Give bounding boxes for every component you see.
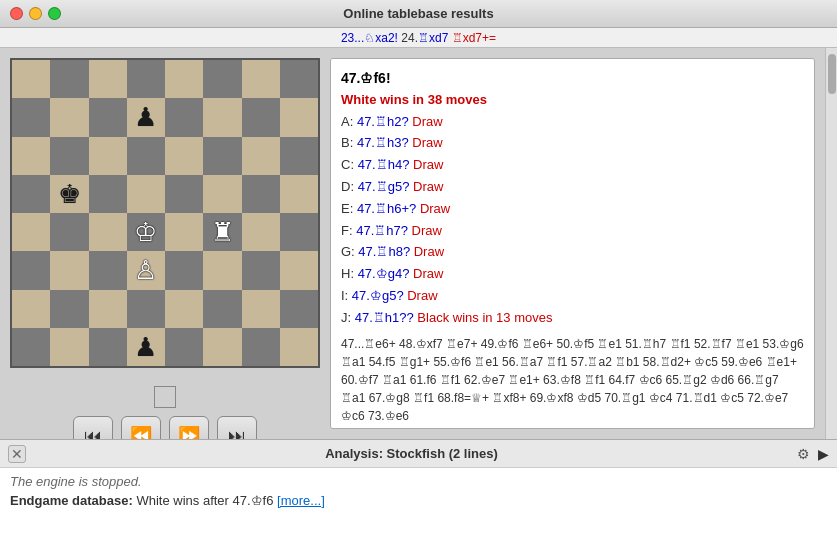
square-5-7[interactable]	[280, 251, 318, 289]
square-1-1[interactable]	[50, 98, 88, 136]
square-6-1[interactable]	[50, 290, 88, 328]
play-icon[interactable]: ▶	[818, 446, 829, 462]
current-move: 47.♔f6!	[341, 67, 804, 90]
square-1-7[interactable]	[280, 98, 318, 136]
analysis-close-button[interactable]: ✕	[8, 445, 26, 463]
engine-stopped-text: The engine is stopped.	[10, 474, 827, 489]
analysis-title: Analysis: Stockfish (2 lines)	[34, 446, 789, 461]
square-5-5[interactable]	[203, 251, 241, 289]
close-button[interactable]	[10, 7, 23, 20]
square-5-3[interactable]: ♙	[127, 251, 165, 289]
square-6-4[interactable]	[165, 290, 203, 328]
square-3-3[interactable]	[127, 175, 165, 213]
square-1-3[interactable]: ♟	[127, 98, 165, 136]
variation-5[interactable]: F: 47.♖h7? Draw	[341, 221, 804, 242]
square-1-4[interactable]	[165, 98, 203, 136]
analysis-bar: ✕ Analysis: Stockfish (2 lines) ⚙ ▶ The …	[0, 439, 837, 549]
square-2-1[interactable]	[50, 137, 88, 175]
square-6-3[interactable]	[127, 290, 165, 328]
square-5-2[interactable]	[89, 251, 127, 289]
square-7-0[interactable]	[12, 328, 50, 366]
square-2-3[interactable]	[127, 137, 165, 175]
minimize-button[interactable]	[29, 7, 42, 20]
piece-black-♟[interactable]: ♟	[134, 334, 157, 360]
piece-white-♙[interactable]: ♙	[134, 257, 157, 283]
square-2-5[interactable]	[203, 137, 241, 175]
variation-6[interactable]: G: 47.♖h8? Draw	[341, 242, 804, 263]
variation-3[interactable]: D: 47.♖g5? Draw	[341, 177, 804, 198]
square-3-0[interactable]	[12, 175, 50, 213]
square-3-7[interactable]	[280, 175, 318, 213]
more-link[interactable]: [more...]	[277, 493, 325, 508]
square-0-5[interactable]	[203, 60, 241, 98]
chess-board[interactable]: ♟♚♔♜♙♟	[10, 58, 320, 368]
square-3-2[interactable]	[89, 175, 127, 213]
square-6-6[interactable]	[242, 290, 280, 328]
square-2-2[interactable]	[89, 137, 127, 175]
square-5-0[interactable]	[12, 251, 50, 289]
piece-black-♟[interactable]: ♟	[134, 104, 157, 130]
square-2-4[interactable]	[165, 137, 203, 175]
square-3-6[interactable]	[242, 175, 280, 213]
square-2-0[interactable]	[12, 137, 50, 175]
square-7-2[interactable]	[89, 328, 127, 366]
variation-0[interactable]: A: 47.♖h2? Draw	[341, 112, 804, 133]
square-0-4[interactable]	[165, 60, 203, 98]
square-0-6[interactable]	[242, 60, 280, 98]
square-6-5[interactable]	[203, 290, 241, 328]
square-4-0[interactable]	[12, 213, 50, 251]
square-4-6[interactable]	[242, 213, 280, 251]
square-3-1[interactable]: ♚	[50, 175, 88, 213]
square-2-7[interactable]	[280, 137, 318, 175]
square-6-0[interactable]	[12, 290, 50, 328]
piece-white-♔[interactable]: ♔	[134, 219, 157, 245]
square-3-4[interactable]	[165, 175, 203, 213]
square-7-6[interactable]	[242, 328, 280, 366]
move-bar: 23...♘xa2! 24.♖xd7 ♖xd7+=	[0, 28, 837, 48]
square-1-0[interactable]	[12, 98, 50, 136]
square-3-5[interactable]	[203, 175, 241, 213]
variation-7[interactable]: H: 47.♔g4? Draw	[341, 264, 804, 285]
square-0-0[interactable]	[12, 60, 50, 98]
square-4-3[interactable]: ♔	[127, 213, 165, 251]
square-0-7[interactable]	[280, 60, 318, 98]
results-panel[interactable]: 47.♔f6! White wins in 38 moves A: 47.♖h2…	[330, 58, 815, 429]
square-6-7[interactable]	[280, 290, 318, 328]
square-7-4[interactable]	[165, 328, 203, 366]
square-4-1[interactable]	[50, 213, 88, 251]
square-5-1[interactable]	[50, 251, 88, 289]
square-7-1[interactable]	[50, 328, 88, 366]
square-0-3[interactable]	[127, 60, 165, 98]
square-4-5[interactable]: ♜	[203, 213, 241, 251]
piece-black-♚[interactable]: ♚	[58, 181, 81, 207]
square-7-7[interactable]	[280, 328, 318, 366]
square-6-2[interactable]	[89, 290, 127, 328]
square-2-6[interactable]	[242, 137, 280, 175]
move-label: 47.♔f6!	[341, 70, 391, 86]
square-1-6[interactable]	[242, 98, 280, 136]
gear-icon[interactable]: ⚙	[797, 446, 810, 462]
square-5-4[interactable]	[165, 251, 203, 289]
window-controls	[10, 7, 61, 20]
scrollbar[interactable]	[825, 48, 837, 439]
continuation-text: 47...♖e6+ 48.♔xf7 ♖e7+ 49.♔f6 ♖e6+ 50.♔f…	[341, 335, 804, 425]
variation-1[interactable]: B: 47.♖h3? Draw	[341, 133, 804, 154]
square-7-3[interactable]: ♟	[127, 328, 165, 366]
square-5-6[interactable]	[242, 251, 280, 289]
square-0-2[interactable]	[89, 60, 127, 98]
variation-8[interactable]: I: 47.♔g5? Draw	[341, 286, 804, 307]
variation-9[interactable]: J: 47.♖h1?? Black wins in 13 moves	[341, 308, 804, 329]
database-label: Endgame database:	[10, 493, 133, 508]
analysis-content: The engine is stopped. Endgame database:…	[0, 467, 837, 549]
square-0-1[interactable]	[50, 60, 88, 98]
square-1-5[interactable]	[203, 98, 241, 136]
maximize-button[interactable]	[48, 7, 61, 20]
piece-white-♜[interactable]: ♜	[211, 219, 234, 245]
variation-2[interactable]: C: 47.♖h4? Draw	[341, 155, 804, 176]
square-4-4[interactable]	[165, 213, 203, 251]
variation-4[interactable]: E: 47.♖h6+? Draw	[341, 199, 804, 220]
square-1-2[interactable]	[89, 98, 127, 136]
square-4-7[interactable]	[280, 213, 318, 251]
square-4-2[interactable]	[89, 213, 127, 251]
square-7-5[interactable]	[203, 328, 241, 366]
